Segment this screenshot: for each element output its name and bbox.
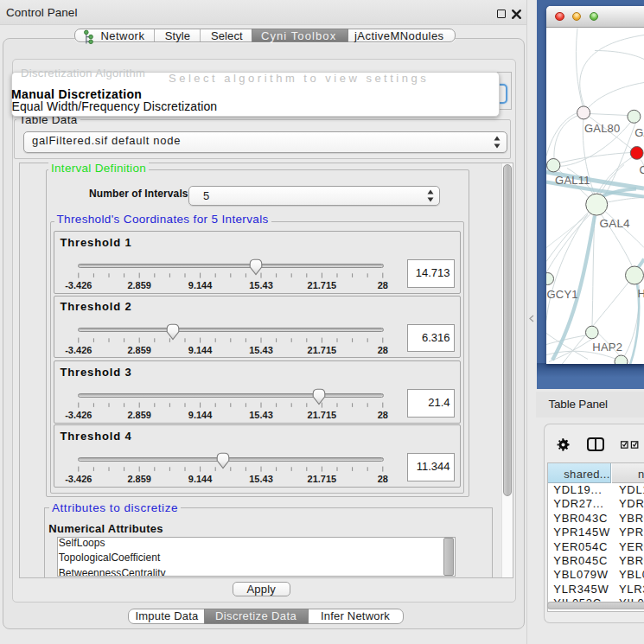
- svg-text:HAP2: HAP2: [592, 341, 622, 354]
- svg-text:GAL80: GAL80: [584, 121, 620, 134]
- svg-text:GAL2: GAL2: [634, 126, 644, 139]
- svg-text:HTB1: HTB1: [638, 287, 644, 300]
- svg-text:GCY1: GCY1: [547, 288, 578, 301]
- svg-text:CDC6: CDC6: [640, 163, 644, 175]
- svg-text:GAL4: GAL4: [600, 216, 631, 229]
- svg-text:GAL11: GAL11: [555, 174, 590, 187]
